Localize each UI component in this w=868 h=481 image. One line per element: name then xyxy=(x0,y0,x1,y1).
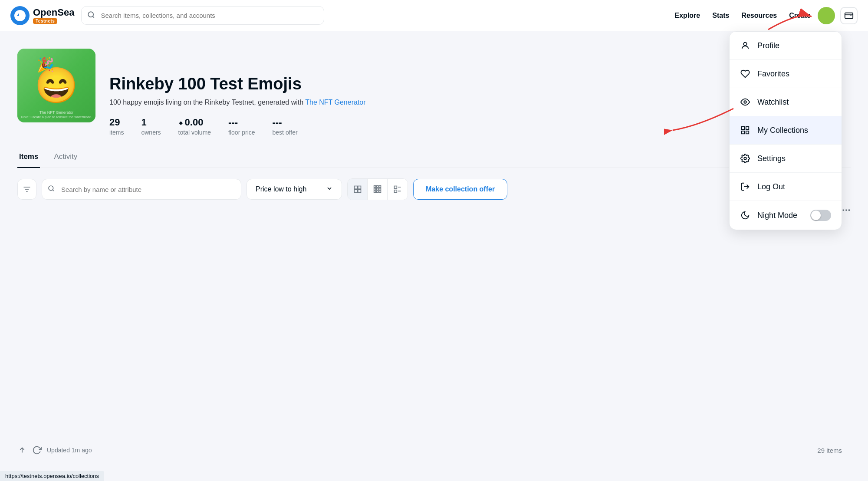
gear-icon xyxy=(740,153,750,164)
nav: Explore Stats Resources Create xyxy=(675,12,811,20)
svg-rect-29 xyxy=(395,186,397,189)
svg-point-9 xyxy=(744,157,746,160)
stat-best-offer-value: --- xyxy=(273,117,298,128)
attribute-search-icon xyxy=(48,185,55,194)
tabs: Items Activity xyxy=(17,146,851,168)
attribute-search xyxy=(42,179,241,200)
stat-owners-label: owners xyxy=(141,129,161,136)
svg-rect-23 xyxy=(374,188,375,190)
stat-floor-value: --- xyxy=(228,117,255,128)
avatar-button[interactable] xyxy=(818,7,835,24)
night-mode-left: Night Mode xyxy=(740,210,797,221)
stat-volume-value: ⬥ 0.00 xyxy=(178,117,211,128)
svg-point-3 xyxy=(743,43,746,46)
dropdown-my-collections-label: My Collections xyxy=(757,126,808,135)
dropdown-favorites-label: Favorites xyxy=(757,69,789,79)
svg-rect-27 xyxy=(376,191,378,192)
wallet-button[interactable] xyxy=(840,7,858,24)
dropdown-item-favorites[interactable]: Favorites xyxy=(730,60,842,88)
eth-symbol: ⬥ xyxy=(178,118,183,127)
view-grid-large-button[interactable] xyxy=(348,179,368,200)
view-grid-small-button[interactable] xyxy=(368,179,388,200)
stat-volume-label: total volume xyxy=(178,129,211,136)
user-dropdown-menu: Profile Favorites Watchlist My Collectio… xyxy=(729,31,842,230)
collection-image: 😄 🎉 The NFT GeneratorNote: Create a plan… xyxy=(17,49,95,122)
collection-header: 😄 🎉 The NFT GeneratorNote: Create a plan… xyxy=(17,49,851,136)
opensea-logo-icon xyxy=(10,6,30,25)
logo-badge: Testnets xyxy=(33,18,57,24)
toolbar: Price low to high xyxy=(17,178,851,200)
header-actions xyxy=(818,7,858,24)
stat-floor: --- floor price xyxy=(228,117,255,136)
nav-create[interactable]: Create xyxy=(789,12,811,20)
svg-rect-19 xyxy=(358,190,361,193)
svg-rect-8 xyxy=(746,131,749,134)
main-search-input[interactable] xyxy=(81,6,324,25)
sort-asc-icon xyxy=(17,445,27,455)
heart-icon xyxy=(740,69,750,79)
more-options-button[interactable]: ··· xyxy=(842,204,851,216)
dropdown-item-profile[interactable]: Profile xyxy=(730,32,842,60)
tab-items[interactable]: Items xyxy=(17,146,40,168)
chevron-down-icon xyxy=(326,185,333,194)
svg-rect-1 xyxy=(845,13,853,18)
stat-owners-value: 1 xyxy=(141,117,161,128)
svg-rect-28 xyxy=(379,191,381,192)
main-search-icon xyxy=(87,11,95,20)
logo[interactable]: OpenSea Testnets xyxy=(10,6,74,25)
stat-owners: 1 owners xyxy=(141,117,161,136)
view-list-button[interactable] xyxy=(388,179,408,200)
items-count: 29 items xyxy=(817,447,851,454)
dropdown-item-logout[interactable]: Log Out xyxy=(730,173,842,201)
bottom-row: Updated 1m ago 29 items xyxy=(0,445,868,455)
status-url: https://testnets.opensea.io/collections xyxy=(5,473,99,479)
toggle-knob xyxy=(811,211,821,220)
dropdown-item-my-collections[interactable]: My Collections xyxy=(730,116,842,145)
view-toggle-group xyxy=(347,178,408,200)
dropdown-item-watchlist[interactable]: Watchlist xyxy=(730,88,842,116)
svg-rect-17 xyxy=(358,186,361,189)
stat-best-offer-label: best offer xyxy=(273,129,298,136)
svg-rect-22 xyxy=(379,186,381,188)
svg-rect-6 xyxy=(746,127,749,129)
svg-rect-26 xyxy=(374,191,375,192)
collection-watermark: The NFT GeneratorNote: Create a plan to … xyxy=(17,110,95,119)
svg-rect-7 xyxy=(742,131,744,134)
svg-point-0 xyxy=(89,12,94,17)
logout-icon xyxy=(740,181,750,192)
moon-icon xyxy=(740,210,750,221)
svg-point-4 xyxy=(744,101,746,103)
svg-rect-18 xyxy=(354,190,357,193)
svg-rect-20 xyxy=(374,186,375,188)
nft-generator-link[interactable]: The NFT Generator xyxy=(305,99,365,106)
night-mode-toggle[interactable] xyxy=(810,210,831,221)
logo-text: OpenSea xyxy=(33,7,74,18)
filter-button[interactable] xyxy=(17,179,36,200)
dropdown-item-night-mode[interactable]: Night Mode xyxy=(730,201,842,230)
stat-items: 29 items xyxy=(109,117,124,136)
stat-items-label: items xyxy=(109,129,124,136)
svg-rect-25 xyxy=(379,188,381,190)
sort-button[interactable]: Price low to high xyxy=(247,179,342,200)
collection-offer-button[interactable]: Make collection offer xyxy=(413,179,507,200)
svg-rect-16 xyxy=(354,186,357,189)
tab-activity[interactable]: Activity xyxy=(52,146,79,168)
dropdown-logout-label: Log Out xyxy=(757,182,785,191)
svg-point-15 xyxy=(49,186,53,191)
stat-volume: ⬥ 0.00 total volume xyxy=(178,117,211,136)
last-updated: Updated 1m ago xyxy=(47,447,92,454)
svg-rect-21 xyxy=(376,186,378,188)
nav-resources[interactable]: Resources xyxy=(741,12,777,20)
dropdown-item-settings[interactable]: Settings xyxy=(730,145,842,173)
nav-explore[interactable]: Explore xyxy=(675,12,700,20)
refresh-icon xyxy=(32,445,42,455)
person-icon xyxy=(740,40,750,51)
main-search xyxy=(81,6,324,25)
grid-icon xyxy=(740,125,750,135)
svg-rect-5 xyxy=(742,127,744,129)
sort-label: Price low to high xyxy=(256,185,306,193)
dropdown-settings-label: Settings xyxy=(757,154,786,163)
attribute-search-input[interactable] xyxy=(42,179,241,200)
nav-stats[interactable]: Stats xyxy=(712,12,729,20)
stat-best-offer: --- best offer xyxy=(273,117,298,136)
